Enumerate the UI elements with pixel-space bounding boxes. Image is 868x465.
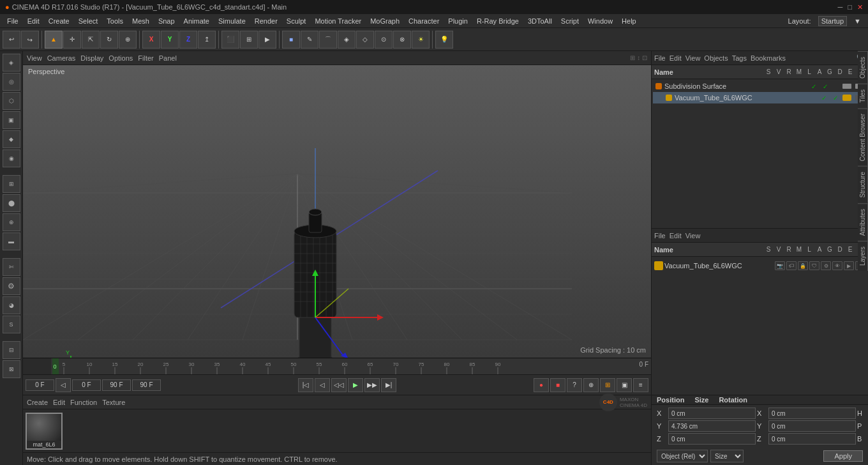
transform-button[interactable]: ⊕ <box>119 31 137 49</box>
redo-button[interactable]: ↩ <box>21 31 39 49</box>
render-button[interactable]: ⬤ <box>3 194 20 212</box>
viewport-menu-options[interactable]: Options <box>108 54 133 62</box>
pen-button[interactable]: ✎ <box>301 31 318 49</box>
menu-help[interactable]: Help <box>617 16 641 26</box>
current-frame-input[interactable] <box>26 379 54 391</box>
play-button[interactable]: ▶ <box>348 378 363 392</box>
deformer-button[interactable]: ◇ <box>356 31 374 49</box>
titlebar-controls[interactable]: ─ □ ✕ <box>838 3 863 11</box>
nurbs-button[interactable]: ◈ <box>338 31 355 49</box>
layer-button[interactable]: ⊟ <box>3 341 20 359</box>
maximize-button[interactable]: □ <box>848 3 852 11</box>
viewport-menu-panel[interactable]: Panel <box>159 54 177 62</box>
menu-select[interactable]: Select <box>74 16 103 26</box>
menu-sculpt[interactable]: Sculpt <box>282 16 311 26</box>
point-mode-button[interactable]: ◉ <box>3 149 20 167</box>
prev-frame-button[interactable]: ◁ <box>315 378 330 392</box>
pos-x-input[interactable] <box>668 408 756 419</box>
attr-menu-file[interactable]: File <box>654 232 666 240</box>
polygon-mode-button[interactable]: ▣ <box>3 111 20 129</box>
coord-system-select[interactable]: Object (Rel) World Parent <box>657 450 708 462</box>
auto-key-button[interactable]: ? <box>567 378 582 392</box>
field-button[interactable]: ⊗ <box>393 31 411 49</box>
apply-button[interactable]: Apply <box>823 450 863 462</box>
om-menu-file[interactable]: File <box>654 54 666 62</box>
object-mode-button[interactable]: ◆ <box>3 130 20 148</box>
sculpt-side-button[interactable]: S <box>3 316 20 333</box>
layout-selector[interactable]: Layout: Startup ▼ <box>784 16 865 26</box>
om-item-vacuum-tube[interactable]: Vacuum_Tube_6L6WGC ✓ ✓ <box>653 92 867 103</box>
play-forward-button[interactable]: ▶▶ <box>364 378 380 392</box>
viewport-menu-filter[interactable]: Filter <box>138 54 153 62</box>
timeline-ruler[interactable]: 0 5 10 15 20 25 30 <box>51 358 651 374</box>
tab-content-browser[interactable]: Content Browser <box>858 108 868 166</box>
preview-end-input[interactable] <box>132 379 161 391</box>
mat-function-button[interactable]: Function <box>70 399 97 406</box>
viewport-menu-cameras[interactable]: Cameras <box>47 54 76 62</box>
menu-render[interactable]: Render <box>250 16 282 26</box>
size-mode-select[interactable]: Size Scale <box>710 450 744 462</box>
knife-button[interactable]: ⚙ <box>3 277 20 295</box>
tab-objects[interactable]: Objects <box>858 51 868 84</box>
om-menu-bookmarks[interactable]: Bookmarks <box>751 54 786 62</box>
axis-world-button[interactable]: ↥ <box>198 31 216 49</box>
edge-mode-button[interactable]: ⬡ <box>3 92 20 110</box>
menu-edit[interactable]: Edit <box>23 16 44 26</box>
preview-range-button[interactable]: ≡ <box>633 378 648 392</box>
material-item[interactable]: mat_6L6 <box>26 413 63 450</box>
menu-character[interactable]: Character <box>404 16 444 26</box>
frame-step-back[interactable]: ◁ <box>56 378 71 392</box>
menu-window[interactable]: Window <box>583 16 617 26</box>
menu-tools[interactable]: Tools <box>102 16 128 26</box>
pos-y-input[interactable] <box>668 420 756 432</box>
attr-object-row[interactable]: Vacuum_Tube_6L6WGC 📷 🏷 🔒 🛡 ⚙ 👁 ▶ X <box>654 259 865 272</box>
axis-z-button[interactable]: Z <box>179 31 197 49</box>
spline-button[interactable]: ⌒ <box>319 31 337 49</box>
cube-button[interactable]: ■ <box>282 31 300 49</box>
floor-button[interactable]: ▬ <box>3 232 20 250</box>
goto-end-button[interactable]: ▶| <box>381 378 396 392</box>
layout-dropdown-icon[interactable]: ▼ <box>849 16 865 26</box>
viewport1-button[interactable]: ⬛ <box>221 31 239 49</box>
render-preview-button[interactable]: 💡 <box>435 31 453 49</box>
attr-menu-edit[interactable]: Edit <box>670 232 682 240</box>
measure-button[interactable]: ✄ <box>3 258 20 276</box>
play-backward-button[interactable]: ◁◁ <box>331 378 347 392</box>
menu-create[interactable]: Create <box>44 16 74 26</box>
viewport2-button[interactable]: ⊞ <box>240 31 258 49</box>
menu-3dtoall[interactable]: 3DToAll <box>523 16 557 26</box>
menu-mesh[interactable]: Mesh <box>128 16 154 26</box>
rotate-button[interactable]: ↻ <box>100 31 118 49</box>
start-frame-input[interactable] <box>72 379 101 391</box>
axis-x-button[interactable]: X <box>142 31 160 49</box>
menu-animate[interactable]: Animate <box>179 16 214 26</box>
texture-mode-button[interactable]: ◎ <box>3 73 20 91</box>
scale-button[interactable]: ⇱ <box>82 31 100 49</box>
menu-motion-tracker[interactable]: Motion Tracker <box>310 16 366 26</box>
tab-layers[interactable]: Layers <box>858 241 868 271</box>
key-settings-button[interactable]: ⊕ <box>583 378 599 392</box>
tab-attributes[interactable]: Attributes <box>858 203 868 241</box>
undo-button[interactable]: ↩ <box>3 31 20 49</box>
model-mode-button[interactable]: ◈ <box>3 54 20 72</box>
snap-enable-button[interactable]: ⊞ <box>3 175 20 193</box>
camera-button[interactable]: ⊕ <box>3 213 20 231</box>
layout-value[interactable]: Startup <box>818 16 847 26</box>
move-button[interactable]: ✛ <box>63 31 81 49</box>
axis-y-button[interactable]: Y <box>161 31 179 49</box>
om-menu-tags[interactable]: Tags <box>732 54 747 62</box>
viewport3-button[interactable]: ▶ <box>258 31 276 49</box>
viewport-menu-view[interactable]: View <box>27 54 42 62</box>
viewport[interactable]: X Y Z Perspective Grid Spacing : 10 cm <box>23 65 651 358</box>
end-frame-input[interactable] <box>102 379 131 391</box>
motion-path-button[interactable]: ⊞ <box>600 378 615 392</box>
goto-start-button[interactable]: |◁ <box>298 378 313 392</box>
pos-z-input[interactable] <box>668 433 756 445</box>
effector-button[interactable]: ⊙ <box>375 31 393 49</box>
record-button[interactable]: ● <box>534 378 549 392</box>
viewport-menu-display[interactable]: Display <box>80 54 103 62</box>
menu-script[interactable]: Script <box>557 16 583 26</box>
mat-edit-button[interactable]: Edit <box>53 399 65 406</box>
attr-menu-view[interactable]: View <box>685 232 701 240</box>
menu-simulate[interactable]: Simulate <box>214 16 250 26</box>
